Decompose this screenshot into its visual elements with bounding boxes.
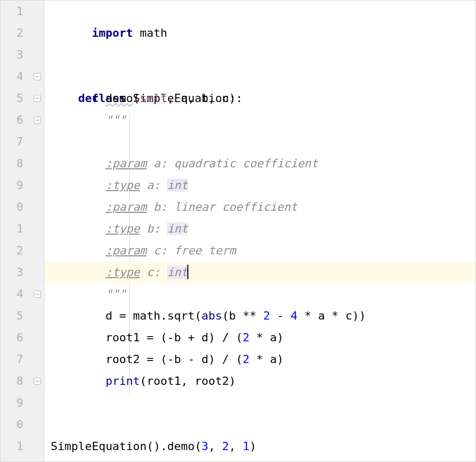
line-number: 1 [1, 1, 23, 22]
doc-c-desc: c: free term [154, 244, 236, 257]
function-name: demo [106, 92, 133, 105]
code-line[interactable]: SimpleEquation().demo(3, 2, 1) [44, 436, 475, 457]
line-number: 2 [1, 22, 23, 44]
line-number: 1 [1, 436, 23, 457]
code-line[interactable] [44, 22, 475, 44]
doc-tag-type: :type [106, 222, 140, 235]
expr-root1: root1 = (-b + d) / ( [106, 331, 243, 344]
line-number: 9 [1, 175, 23, 196]
fold-toggle-icon[interactable] [34, 378, 41, 385]
code-line[interactable]: d = math.sqrt(abs(b ** 2 - 4 * a * c)) [44, 305, 475, 327]
line-number: 8 [1, 370, 23, 392]
builtin-print: print [106, 374, 140, 387]
doc-b-type-lbl: b: [146, 222, 160, 235]
number-4: 4 [291, 309, 298, 322]
doc-a-desc: a: quadratic coefficient [154, 157, 318, 170]
doc-type-int: int [167, 222, 188, 235]
code-line[interactable]: print(root1, root2) [44, 370, 475, 392]
doc-b-desc: b: linear coefficient [154, 200, 298, 213]
line-number: 1 [1, 218, 23, 240]
doc-tag-param: :param [106, 200, 146, 213]
code-line[interactable]: """ [44, 109, 475, 131]
expr-d: d = math.sqrt( [106, 309, 201, 322]
code-line[interactable]: :param b: linear coefficient [44, 196, 475, 218]
line-number: 0 [1, 414, 23, 436]
line-number: 4 [1, 66, 23, 88]
code-line[interactable]: root1 = (-b + d) / (2 * a) [44, 327, 475, 349]
code-line[interactable]: root2 = (-b - d) / (2 * a) [44, 349, 475, 370]
line-number: 8 [1, 153, 23, 175]
fold-toggle-icon[interactable] [34, 291, 41, 298]
builtin-abs: abs [201, 309, 222, 322]
line-number: 9 [1, 392, 23, 414]
number-2: 2 [243, 353, 249, 366]
doc-tag-param: :param [106, 244, 146, 257]
code-line[interactable] [44, 131, 475, 153]
line-number: 3 [1, 44, 23, 66]
doc-tag-param: :param [106, 157, 146, 170]
number-2: 2 [222, 440, 229, 453]
fold-toggle-icon[interactable] [34, 117, 41, 124]
code-line[interactable]: class SimpleEquation: [44, 66, 475, 88]
code-area[interactable]: import math class SimpleEquation: def de… [44, 1, 475, 461]
line-number: 2 [1, 240, 23, 262]
text-caret [187, 265, 188, 279]
line-number: 5 [1, 88, 23, 109]
param-b: b [201, 92, 208, 105]
code-editor[interactable]: 123456789012345678901 import math class … [0, 0, 476, 462]
fold-toggle-icon[interactable] [34, 73, 41, 80]
code-line[interactable]: import math [44, 1, 475, 22]
line-number: 5 [1, 305, 23, 327]
number-3: 3 [201, 440, 208, 453]
line-number: 7 [1, 349, 23, 370]
number-2: 2 [243, 331, 249, 344]
self-param: self [140, 92, 167, 105]
code-line[interactable]: :type a: int [44, 175, 475, 196]
doc-a-type-lbl: a: [146, 179, 160, 192]
doc-type-int: int [167, 179, 188, 192]
code-line[interactable]: def demo(self, a, b, c): [44, 88, 475, 109]
line-number: 6 [1, 109, 23, 131]
code-line[interactable]: :type b: int [44, 218, 475, 240]
code-line[interactable]: :param a: quadratic coefficient [44, 153, 475, 175]
keyword-def: def [78, 92, 99, 105]
code-line-current[interactable]: :type c: int [44, 262, 475, 283]
doc-type-int: int [167, 266, 188, 279]
line-number: 7 [1, 131, 23, 153]
gutter: 123456789012345678901 [1, 1, 44, 461]
code-line[interactable] [44, 44, 475, 66]
param-c: c [222, 92, 229, 105]
code-line[interactable] [44, 392, 475, 414]
param-a: a [181, 92, 188, 105]
code-line[interactable] [44, 414, 475, 436]
doc-tag-type: :type [106, 266, 140, 279]
number-2: 2 [263, 309, 270, 322]
line-number: 3 [1, 262, 23, 283]
doc-c-type-lbl: c: [146, 266, 160, 279]
doc-tag-type: :type [106, 179, 140, 192]
docstring-open: """ [106, 113, 126, 126]
code-line[interactable]: """ [44, 283, 475, 305]
number-1: 1 [243, 440, 249, 453]
line-number: 0 [1, 196, 23, 218]
fold-toggle-icon[interactable] [34, 95, 41, 102]
call-expr: SimpleEquation().demo( [51, 440, 201, 453]
line-number: 4 [1, 283, 23, 305]
expr-root2: root2 = (-b - d) / ( [106, 353, 243, 366]
docstring-close: """ [106, 287, 126, 300]
code-line[interactable]: :param c: free term [44, 240, 475, 262]
line-number: 6 [1, 327, 23, 349]
print-args: (root1, root2) [140, 374, 235, 387]
